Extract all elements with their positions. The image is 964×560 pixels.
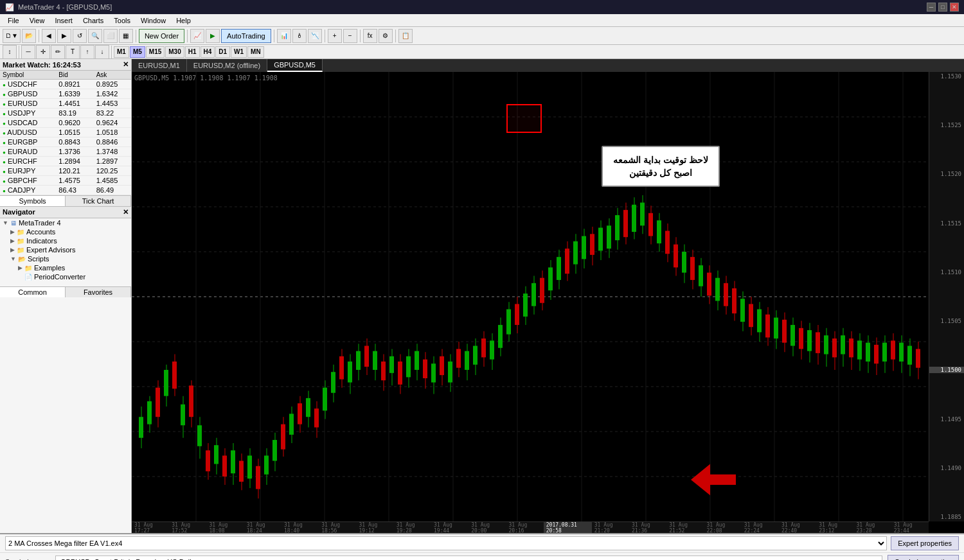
- tab-symbols[interactable]: Symbols: [0, 196, 66, 206]
- market-row[interactable]: ● USDJPY 83.19 83.22: [0, 109, 131, 118]
- market-row[interactable]: ● EURAUD 1.3736 1.3748: [0, 147, 131, 157]
- crosshair-btn[interactable]: ✛: [36, 45, 50, 59]
- tf-h4[interactable]: H4: [201, 46, 215, 58]
- tf-m15[interactable]: M15: [146, 46, 165, 58]
- menu-tools[interactable]: Tools: [109, 16, 136, 25]
- tf-m1[interactable]: M1: [114, 46, 129, 58]
- new-btn[interactable]: 🗋▼: [3, 29, 21, 43]
- forward-btn[interactable]: ▶: [57, 29, 71, 43]
- nav-accounts[interactable]: ▶ 📁 Accounts: [0, 227, 131, 236]
- navigator-close[interactable]: ✕: [123, 208, 129, 216]
- market-row[interactable]: ● GBPUSD 1.6339 1.6342: [0, 89, 131, 99]
- refresh-btn[interactable]: ↺: [73, 29, 87, 43]
- close-button[interactable]: ✕: [950, 3, 959, 12]
- market-bid: 0.8843: [56, 137, 93, 147]
- svg-rect-206: [907, 346, 912, 365]
- menu-help[interactable]: Help: [171, 16, 196, 25]
- market-row[interactable]: ● EURCHF 1.2894 1.2897: [0, 157, 131, 166]
- zoom-out-btn[interactable]: ⬜: [103, 29, 118, 43]
- line-tool-btn[interactable]: ─: [21, 45, 35, 59]
- market-watch-close[interactable]: ✕: [123, 60, 129, 69]
- nav-metatrader4[interactable]: ▼ 🖥 MetaTrader 4: [0, 218, 131, 227]
- time-label-15: 31 Aug 22:08: [704, 522, 742, 534]
- expert-properties-button[interactable]: Expert properties: [891, 536, 959, 550]
- menu-file[interactable]: File: [3, 16, 24, 25]
- candle-chart-btn[interactable]: 🕯: [292, 29, 307, 43]
- sep4: [274, 30, 274, 42]
- titlebar-title: 📈 MetaTrader 4 - [GBPUSD,M5]: [5, 3, 112, 12]
- time-label-16: 31 Aug 22:24: [742, 522, 779, 534]
- ea-dropdown[interactable]: 2 MA Crosses Mega filter EA V1.ex4: [5, 536, 887, 550]
- tab-favorites[interactable]: Favorites: [66, 287, 131, 297]
- nav-expert-advisors[interactable]: ▶ 📁 Expert Advisors: [0, 245, 131, 254]
- nav-scripts[interactable]: ▼ 📂 Scripts: [0, 254, 131, 263]
- menu-window[interactable]: Window: [136, 16, 171, 25]
- autotrading-btn[interactable]: ▶: [206, 29, 220, 43]
- line-chart-btn[interactable]: 📉: [308, 29, 322, 43]
- market-row[interactable]: ● EURGBP 0.8843 0.8846: [0, 137, 131, 147]
- titlebar-controls[interactable]: ─ □ ✕: [927, 3, 959, 12]
- svg-rect-130: [590, 234, 594, 255]
- cursor-btn[interactable]: ↕: [3, 45, 17, 59]
- chart-tab-eurusd-m2[interactable]: EURUSD,M2 (offline): [187, 59, 267, 72]
- svg-rect-64: [314, 408, 319, 427]
- time-label-19: 31 Aug 23:28: [854, 522, 891, 534]
- computer-icon: 🖥: [10, 220, 17, 227]
- tf-m30[interactable]: M30: [165, 46, 184, 58]
- arrow-down-tool[interactable]: ↓: [95, 45, 109, 59]
- zoom-out2-btn[interactable]: −: [343, 29, 357, 43]
- templates-btn[interactable]: 📋: [398, 29, 413, 43]
- svg-rect-74: [356, 351, 361, 370]
- zoom-in2-btn[interactable]: +: [328, 29, 342, 43]
- minimize-button[interactable]: ─: [927, 3, 936, 12]
- chart-type-btn[interactable]: ▦: [119, 29, 133, 43]
- market-row[interactable]: ● USDCAD 0.9620 0.9624: [0, 118, 131, 128]
- market-row[interactable]: ● USDCHF 0.8921 0.8925: [0, 80, 131, 89]
- market-row[interactable]: ● GBPCHF 1.4575 1.4585: [0, 176, 131, 186]
- market-row[interactable]: ● EURUSD 1.4451 1.4453: [0, 99, 131, 109]
- svg-rect-204: [899, 343, 904, 362]
- text-btn[interactable]: T: [66, 45, 80, 59]
- market-row[interactable]: ● AUDUSD 1.0515 1.0518: [0, 128, 131, 137]
- indicators-btn[interactable]: fx: [363, 29, 377, 43]
- menu-view[interactable]: View: [24, 16, 50, 25]
- open-btn[interactable]: 📂: [22, 29, 36, 43]
- svg-rect-98: [456, 349, 461, 367]
- zoom-in-btn[interactable]: 🔍: [88, 29, 102, 43]
- symbol-dropdown[interactable]: GBPUSD, Great Britain Pound vs US Dollar: [55, 556, 882, 560]
- menu-charts[interactable]: Charts: [78, 16, 109, 25]
- market-row[interactable]: ● EURJPY 120.21 120.25: [0, 166, 131, 176]
- chart-line-btn[interactable]: 📈: [190, 29, 204, 43]
- tf-h1[interactable]: H1: [185, 46, 200, 58]
- chart-area: EURUSD,M1 EURUSD,M2 (offline) GBPUSD,M5 …: [132, 59, 964, 533]
- new-order-button[interactable]: New Order: [139, 29, 184, 43]
- properties-btn[interactable]: ⚙: [379, 29, 393, 43]
- tf-d1[interactable]: D1: [215, 46, 230, 58]
- tf-m5[interactable]: M5: [130, 46, 145, 58]
- svg-rect-54: [272, 440, 277, 461]
- nav-indicators-label: Indicators: [26, 237, 57, 245]
- tf-mn[interactable]: MN: [247, 46, 264, 58]
- menu-insert[interactable]: Insert: [49, 16, 78, 25]
- nav-indicators[interactable]: ▶ 📁 Indicators: [0, 236, 131, 245]
- back-btn[interactable]: ◀: [42, 29, 56, 43]
- symbol-properties-button[interactable]: Symbol properties: [888, 555, 959, 560]
- svg-rect-170: [757, 310, 762, 333]
- svg-rect-122: [557, 257, 561, 280]
- maximize-button[interactable]: □: [938, 3, 947, 12]
- tab-tick-chart[interactable]: Tick Chart: [66, 196, 131, 206]
- time-axis: 31 Aug 17:27 31 Aug 17:52 31 Aug 18:08 3…: [132, 521, 929, 533]
- market-row[interactable]: ● CADJPY 86.43 86.49: [0, 186, 131, 195]
- chart-tab-eurusd-m1[interactable]: EURUSD,M1: [132, 59, 187, 72]
- nav-period-converter[interactable]: ▶ 📄 PeriodConverter: [0, 272, 131, 281]
- nav-examples[interactable]: ▶ 📁 Examples: [0, 263, 131, 272]
- arrow-up-tool[interactable]: ↑: [80, 45, 94, 59]
- tab-common[interactable]: Common: [0, 287, 66, 297]
- tf-w1[interactable]: W1: [231, 46, 247, 58]
- draw-btn[interactable]: ✏: [51, 45, 65, 59]
- svg-rect-172: [765, 315, 770, 338]
- time-label-18: 31 Aug 23:12: [816, 522, 853, 534]
- autotrading-label[interactable]: AutoTrading: [221, 29, 271, 43]
- bar-chart-btn[interactable]: 📊: [277, 29, 291, 43]
- chart-tab-gbpusd-m5[interactable]: GBPUSD,M5: [267, 59, 323, 72]
